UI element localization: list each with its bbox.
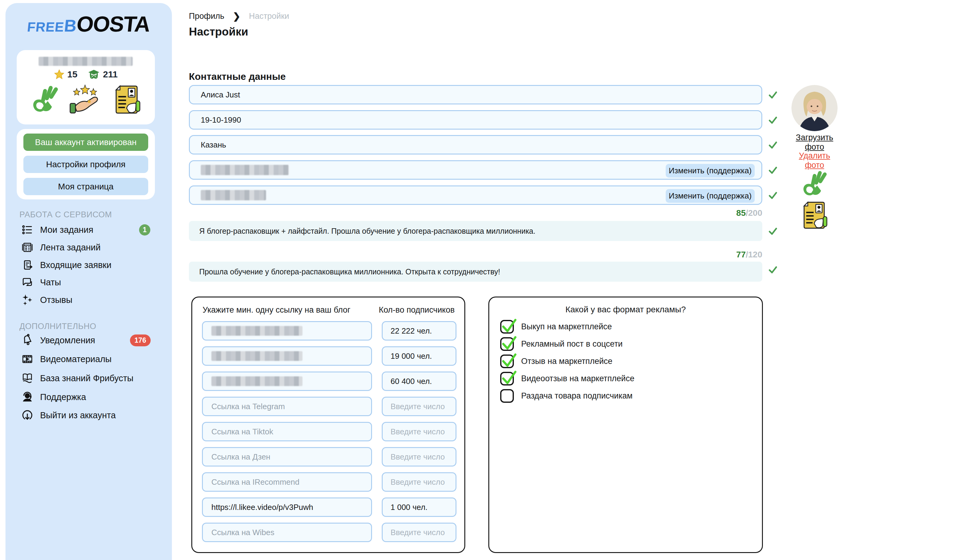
checkbox-marketplace-review[interactable]	[500, 355, 514, 368]
sidebar-item-label: Лента заданий	[40, 243, 100, 253]
telegram-subscribers-input[interactable]	[382, 397, 456, 416]
format-option-label: Рекламный пост в соцсети	[521, 339, 623, 349]
format-option-label: Раздача товара подписчикам	[521, 391, 633, 401]
user-card: 15 211	[17, 50, 155, 125]
dzen-link-input[interactable]	[202, 447, 372, 467]
format-option-marketplace-review: Отзыв на маркетплейсе	[500, 354, 613, 368]
logout-icon	[21, 409, 33, 421]
profile-settings-button[interactable]: Настройки профиля	[23, 156, 148, 173]
delete-photo-link[interactable]: Удалить фото	[788, 151, 841, 170]
name-field[interactable]	[189, 85, 762, 104]
irecommend-subscribers-input[interactable]	[382, 472, 456, 492]
ok-hand-icon	[30, 81, 58, 117]
blog-link-input-2[interactable]	[202, 346, 372, 366]
subscribers-input-2[interactable]	[382, 346, 456, 366]
blog-link-redacted	[211, 326, 302, 336]
user-stats: 15 211	[17, 69, 155, 80]
checkbox-video-review[interactable]	[500, 372, 514, 385]
sidebar-item-chats[interactable]: Чаты	[21, 273, 164, 291]
ad-formats-title: Какой у вас формат рекламы?	[489, 305, 762, 315]
irecommend-link-input[interactable]	[202, 472, 372, 492]
sidebar: FREEBOOSTA 15 211	[5, 3, 172, 560]
format-option-social-post: Рекламный пост в соцсети	[500, 337, 623, 351]
bio2-count: 77	[736, 250, 746, 259]
email-field[interactable]: Изменить (поддержка)	[189, 160, 762, 180]
sidebar-item-label: Поддержка	[40, 392, 86, 402]
sidebar-item-label: Мои задания	[40, 225, 93, 235]
birthdate-field[interactable]	[189, 110, 762, 130]
check-icon	[768, 226, 778, 237]
blog-link-input-1[interactable]	[202, 321, 372, 340]
checkbox-marketplace-buyout[interactable]	[500, 320, 514, 333]
sidebar-item-label: Отзывы	[40, 295, 72, 305]
stars-hand-icon	[68, 83, 101, 117]
check-icon	[500, 334, 518, 352]
phone-field[interactable]: Изменить (поддержка)	[189, 185, 762, 205]
bio1-counter: 85/200	[736, 208, 762, 218]
format-option-label: Видеоотзыв на маркетплейсе	[521, 374, 634, 383]
id-document-icon	[799, 200, 828, 231]
sidebar-item-reviews[interactable]: Отзывы	[21, 291, 164, 309]
sidebar-item-knowledge-base[interactable]: База знаний Фрибусты	[21, 369, 164, 387]
breadcrumb-current: Настройки	[249, 12, 289, 21]
upload-photo-link[interactable]: Загрузить фото	[788, 133, 841, 152]
sidebar-item-label: Видеоматериалы	[40, 354, 112, 364]
sidebar-item-support[interactable]: Поддержка	[21, 388, 164, 406]
courses-value: 211	[103, 69, 117, 80]
check-icon	[768, 140, 778, 150]
tiktok-link-input[interactable]	[202, 422, 372, 441]
blog-links-panel: Укажите мин. одну ссылку на ваш блог Кол…	[191, 297, 465, 553]
tiktok-subscribers-input[interactable]	[382, 422, 456, 441]
user-achievement-badges	[17, 81, 155, 117]
wibes-subscribers-input[interactable]	[382, 523, 456, 542]
likee-subscribers-input[interactable]	[382, 497, 456, 517]
wibes-link-input[interactable]	[202, 523, 372, 542]
account-activated-button[interactable]: Ваш аккаунт активирован	[23, 133, 148, 151]
sidebar-item-label: Уведомления	[40, 335, 95, 345]
knowledge-book-icon	[21, 372, 33, 384]
checkbox-giveaway[interactable]	[500, 389, 514, 403]
my-page-button[interactable]: Моя страница	[23, 178, 148, 195]
check-icon	[500, 369, 518, 387]
section-label-service: РАБОТА С СЕРВИСОМ	[20, 210, 112, 220]
username-redacted	[38, 57, 133, 66]
change-phone-button[interactable]: Изменить (поддержка)	[666, 189, 755, 203]
section-label-extra: ДОПОЛНИТЕЛЬНО	[20, 322, 96, 331]
check-icon	[768, 115, 778, 125]
bio2-limit: /120	[746, 250, 763, 259]
sidebar-item-video-materials[interactable]: Видеоматериалы	[21, 350, 164, 368]
subscribers-input-3[interactable]	[382, 372, 456, 391]
links-panel-header-right: Кол-во подписчиков	[379, 305, 455, 315]
dzen-subscribers-input[interactable]	[382, 447, 456, 467]
my-tasks-badge: 1	[139, 224, 150, 235]
check-icon	[768, 165, 778, 175]
links-panel-header-left: Укажите мин. одну ссылку на ваш блог	[202, 305, 351, 315]
phone-redacted	[201, 190, 266, 200]
video-icon	[21, 353, 33, 365]
blog-link-redacted	[211, 351, 302, 361]
id-document-icon	[111, 83, 142, 117]
sidebar-item-incoming-requests[interactable]: Входящие заявки	[21, 256, 164, 274]
format-option-marketplace-buyout: Выкуп на маркетплейсе	[500, 319, 612, 334]
sidebar-item-task-feed[interactable]: Лента заданий	[21, 238, 164, 256]
sidebar-item-logout[interactable]: Выйти из аккаунта	[21, 407, 164, 424]
likee-link-input[interactable]	[202, 497, 372, 517]
checkbox-social-post[interactable]	[500, 337, 514, 351]
blog-link-input-3[interactable]	[202, 372, 372, 391]
support-headset-icon	[21, 391, 33, 403]
city-field[interactable]	[189, 135, 762, 155]
chevron-right-icon: ❯	[233, 11, 240, 22]
check-icon	[768, 265, 778, 275]
incoming-requests-icon	[21, 259, 33, 271]
bio2-textarea[interactable]: Прошла обучение у блогера-распаковщика м…	[189, 262, 762, 282]
contact-section-title: Контактные данные	[189, 71, 286, 82]
logo-text-b: B	[63, 16, 77, 35]
logo-text-free: FREE	[27, 20, 65, 34]
bio1-textarea[interactable]: Я блогер-распаковщик + лайфстайл. Прошла…	[189, 221, 762, 241]
subscribers-input-1[interactable]	[382, 321, 456, 340]
tasks-list-icon	[21, 224, 33, 236]
breadcrumb-profile-link[interactable]: Профиль	[189, 12, 224, 21]
sidebar-item-label: Входящие заявки	[40, 260, 112, 270]
telegram-link-input[interactable]	[202, 397, 372, 416]
change-email-button[interactable]: Изменить (поддержка)	[666, 164, 755, 178]
